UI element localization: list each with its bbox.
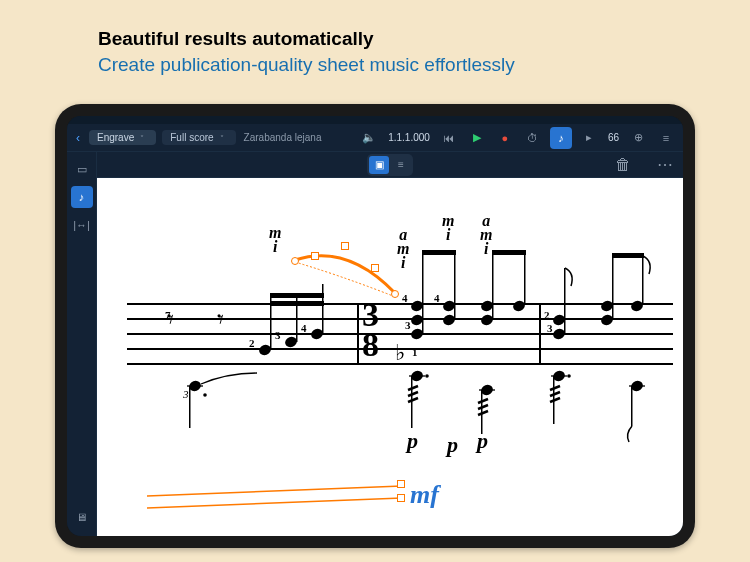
svg-point-48 xyxy=(567,374,571,378)
graphic-edit-button[interactable]: ▣ xyxy=(369,156,389,174)
speaker-icon[interactable]: 🔈 xyxy=(358,127,380,149)
svg-rect-17 xyxy=(422,250,456,255)
bars-panel-button[interactable]: |↔| xyxy=(71,214,93,236)
record-icon[interactable]: ● xyxy=(494,127,516,149)
zoom-icon[interactable]: ⊕ xyxy=(627,127,649,149)
svg-text:3: 3 xyxy=(182,388,189,400)
svg-rect-22 xyxy=(524,253,526,305)
svg-line-57 xyxy=(478,411,488,415)
svg-rect-32 xyxy=(612,253,644,258)
svg-line-52 xyxy=(408,386,418,390)
dynamic-mf: mf xyxy=(410,480,439,510)
left-sidebar: ▭ ♪ |↔| 🖥 xyxy=(67,152,97,536)
play-icon[interactable]: ▶ xyxy=(466,127,488,149)
slur-handle[interactable] xyxy=(311,252,319,260)
app-screen: ‹ Engrave Full score Zarabanda lejana 🔈 … xyxy=(67,116,683,536)
svg-line-56 xyxy=(478,405,488,409)
status-bar xyxy=(67,116,683,124)
layout-selector[interactable]: Full score xyxy=(162,130,235,145)
svg-rect-31 xyxy=(642,256,644,305)
mode-selector[interactable]: Engrave xyxy=(89,130,156,145)
fret-number: 3 xyxy=(275,328,281,342)
svg-rect-13 xyxy=(422,253,424,333)
slur-handle[interactable] xyxy=(391,290,399,298)
main-area: ▣ ≡ 🗑 ⋯ xyxy=(97,152,683,536)
tablet-frame: ‹ Engrave Full score Zarabanda lejana 🔈 … xyxy=(55,104,695,548)
svg-text:𝄾: 𝄾 xyxy=(217,314,224,324)
fret-number: 1 xyxy=(412,345,418,359)
click-icon[interactable]: ⏱ xyxy=(522,127,544,149)
fret-number: 4 xyxy=(434,291,440,305)
svg-rect-34 xyxy=(189,386,191,428)
svg-line-54 xyxy=(408,398,418,402)
tempo-icon[interactable]: ▸ xyxy=(578,127,600,149)
svg-line-55 xyxy=(478,399,488,403)
dynamic-p: p xyxy=(447,432,458,458)
transport-position: 1.1.1.000 xyxy=(388,132,430,143)
dynamic-p: p xyxy=(407,428,418,454)
back-button[interactable]: ‹ xyxy=(73,131,83,145)
svg-line-59 xyxy=(550,392,560,396)
hairpin-handle[interactable] xyxy=(397,480,405,488)
panels-button[interactable]: ▭ xyxy=(71,158,93,180)
svg-line-58 xyxy=(550,386,560,390)
fret-number: 7 xyxy=(165,308,171,322)
edit-mode-group: ▣ ≡ xyxy=(367,154,413,176)
svg-rect-26 xyxy=(564,268,566,333)
fret-number: 2 xyxy=(544,308,550,322)
score-canvas[interactable]: 3 8 𝄾 𝄾 xyxy=(97,178,683,536)
svg-line-60 xyxy=(550,398,560,402)
marketing-headline: Beautiful results automatically xyxy=(98,28,374,50)
slur-handle[interactable] xyxy=(341,242,349,250)
slur-handle[interactable] xyxy=(291,257,299,265)
menu-icon[interactable]: ≡ xyxy=(655,127,677,149)
fingering-label: mi xyxy=(269,226,281,254)
note-tool-icon[interactable]: ♪ xyxy=(550,127,572,149)
selected-slur xyxy=(295,256,395,293)
staff-edit-button[interactable]: ≡ xyxy=(391,156,411,174)
svg-point-41 xyxy=(425,374,429,378)
notes-panel-button[interactable]: ♪ xyxy=(71,186,93,208)
tempo-value: 66 xyxy=(608,132,619,143)
fret-number: 3 xyxy=(405,318,411,332)
selected-hairpin-top xyxy=(147,486,402,496)
svg-rect-29 xyxy=(612,256,614,319)
svg-point-37 xyxy=(203,393,207,397)
fingering-label: ami xyxy=(397,228,409,270)
svg-rect-7 xyxy=(322,284,324,334)
fret-number: 3 xyxy=(547,321,553,335)
secondary-toolbar: ▣ ≡ 🗑 ⋯ xyxy=(97,152,683,178)
fingering-label: ami xyxy=(480,214,492,256)
skip-back-icon[interactable]: ⏮ xyxy=(438,127,460,149)
more-icon[interactable]: ⋯ xyxy=(655,155,675,175)
svg-rect-16 xyxy=(454,253,456,319)
trash-icon[interactable]: 🗑 xyxy=(613,155,633,175)
fingering-label: mi xyxy=(442,214,454,242)
svg-rect-8 xyxy=(270,293,324,298)
top-toolbar: ‹ Engrave Full score Zarabanda lejana 🔈 … xyxy=(67,124,683,152)
hairpin-handle[interactable] xyxy=(397,494,405,502)
dynamic-p: p xyxy=(477,428,488,454)
svg-rect-23 xyxy=(492,250,526,255)
svg-rect-9 xyxy=(270,301,324,306)
marketing-subheadline: Create publication-quality sheet music e… xyxy=(98,54,515,76)
project-name: Zarabanda lejana xyxy=(244,132,322,143)
slur-handle[interactable] xyxy=(371,264,379,272)
fret-number: 2 xyxy=(249,336,255,350)
svg-line-53 xyxy=(408,392,418,396)
selected-hairpin-bottom xyxy=(147,498,402,508)
svg-rect-20 xyxy=(492,253,494,319)
fret-number: 4 xyxy=(402,291,408,305)
fret-number: 4 xyxy=(301,321,307,335)
svg-text:♭: ♭ xyxy=(395,340,405,365)
monitor-button[interactable]: 🖥 xyxy=(71,506,93,528)
svg-rect-50 xyxy=(631,386,633,426)
